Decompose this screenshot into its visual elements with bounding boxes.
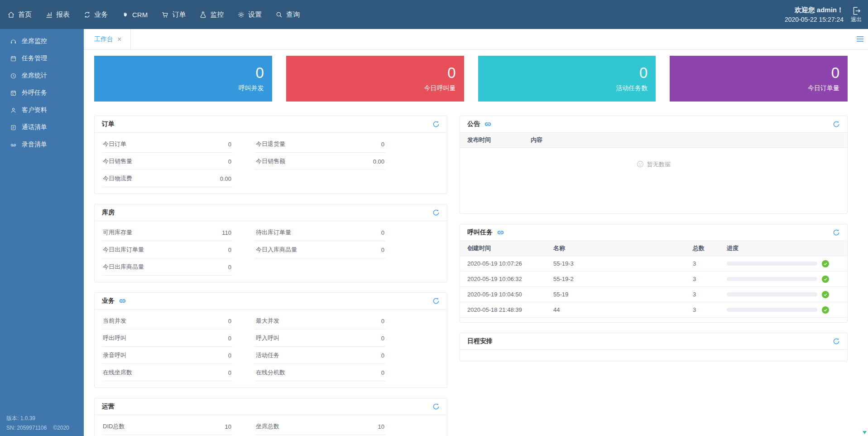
- headset-icon: [10, 38, 17, 45]
- search-icon: [275, 11, 283, 19]
- refresh-button[interactable]: [833, 338, 840, 345]
- panel-title: 运营: [102, 402, 115, 411]
- sidebar-item-task-management[interactable]: 任务管理: [0, 50, 84, 67]
- tab-label: 工作台: [94, 35, 113, 44]
- kv-row: 今日出库订单量0: [102, 241, 232, 258]
- refresh-icon: [432, 297, 440, 305]
- logout-door-icon: [851, 6, 862, 16]
- tab-close-icon[interactable]: ×: [117, 36, 121, 43]
- menu-orders[interactable]: 订单: [161, 10, 186, 19]
- refresh-button[interactable]: [432, 297, 440, 305]
- stat-label: 今日订单量: [808, 84, 839, 92]
- refresh-button[interactable]: [432, 403, 440, 410]
- stats-clock-icon: [10, 73, 17, 79]
- kv-row: 今日物流费0.00: [102, 170, 232, 187]
- kv-row: 坐席总数10: [255, 418, 385, 435]
- sidebar-item-seat-monitor[interactable]: 坐席监控: [0, 33, 84, 50]
- kv-row: 在线分机数0: [255, 364, 385, 381]
- stat-card-call-concurrency: 0 呼叫并发: [94, 56, 272, 102]
- refresh-button[interactable]: [833, 229, 840, 236]
- panel-orders: 订单 今日订单0 今日销售量0 今日物流费0.00 今日退货量0 今日销售额0.…: [94, 116, 447, 194]
- stat-value: 0: [447, 65, 456, 80]
- menu-label: CRM: [132, 11, 148, 19]
- menu-home[interactable]: 首页: [7, 10, 32, 19]
- sidebar-item-label: 坐席监控: [22, 37, 47, 45]
- kv-row: 最大并发0: [255, 312, 385, 329]
- kv-row: 当前并发0: [102, 312, 232, 329]
- sidebar-item-recording-list[interactable]: 录音清单: [0, 136, 84, 153]
- menu-label: 业务: [94, 10, 108, 19]
- menu-reports[interactable]: 报表: [45, 10, 70, 19]
- version-text: 版本: 1.0.39: [6, 414, 76, 423]
- kv-row: 可用库存量110: [102, 224, 232, 241]
- task-calendar-icon: [10, 55, 17, 62]
- main-menu: 首页 报表 业务 CRM 订单 监控 设置 查询: [0, 10, 313, 19]
- gear-icon: [237, 11, 245, 19]
- kv-row: 今日出库商品量0: [102, 258, 232, 276]
- logout-button[interactable]: 退出: [851, 6, 862, 23]
- menu-label: 报表: [56, 10, 70, 19]
- kv-row: 呼出呼叫0: [102, 329, 232, 347]
- menu-label: 查询: [286, 10, 300, 19]
- menu-business[interactable]: 业务: [83, 10, 108, 19]
- refresh-icon: [432, 209, 440, 216]
- refresh-button[interactable]: [432, 209, 440, 216]
- progress-bar: [727, 262, 817, 266]
- sidebar-item-outbound-tasks[interactable]: 外呼任务: [0, 84, 84, 102]
- link-icon[interactable]: [484, 121, 492, 127]
- menu-monitor[interactable]: 监控: [199, 10, 224, 19]
- scrollbar-down-arrow[interactable]: [862, 430, 868, 436]
- refresh-button[interactable]: [833, 121, 840, 128]
- kv-row: 录音呼叫0: [102, 347, 232, 364]
- sync-icon: [83, 11, 91, 19]
- kv-row: 今日退货量0: [255, 136, 385, 153]
- outbound-calendar-icon: [10, 90, 17, 97]
- progress-bar: [727, 292, 817, 296]
- panel-call-tasks: 呼叫任务 创建时间 名称 总数 进度 2020-05-19 10:07:26 5…: [460, 224, 848, 323]
- kv-row: 今日销售量0: [102, 153, 232, 170]
- panel-business: 业务 当前并发0 呼出呼叫0 录音呼叫0 在线坐席数0 最大并发0: [94, 292, 447, 388]
- refresh-button[interactable]: [432, 121, 440, 128]
- panel-title: 订单: [102, 120, 115, 128]
- sidebar-item-label: 任务管理: [22, 54, 47, 63]
- stat-value: 0: [255, 65, 264, 80]
- sidebar-item-seat-statistics[interactable]: 坐席统计: [0, 67, 84, 84]
- menu-settings[interactable]: 设置: [237, 10, 262, 19]
- tab-bar: 工作台 ×: [84, 29, 868, 50]
- call-task-row: 2020-05-19 10:04:50 55-19 3: [460, 287, 847, 302]
- sn-text: SN: 2059971106©2020: [6, 423, 76, 432]
- home-icon: [7, 11, 15, 19]
- main-area: 工作台 × 0 呼叫并发 0 今日呼叫量 0 活动任务数 0 今日订单量: [84, 29, 868, 436]
- check-circle-icon: [822, 260, 829, 267]
- chart-icon: [45, 11, 53, 19]
- stat-value: 0: [639, 65, 647, 80]
- check-circle-icon: [822, 306, 829, 314]
- flask-icon: [199, 11, 207, 19]
- panel-announcements: 公告 发布时间 内容 暂无数据: [460, 116, 848, 214]
- kv-row: 呼入呼叫0: [255, 329, 385, 347]
- link-icon[interactable]: [119, 298, 126, 304]
- link-icon[interactable]: [497, 229, 504, 236]
- stat-cards-row: 0 呼叫并发 0 今日呼叫量 0 活动任务数 0 今日订单量: [94, 56, 848, 102]
- call-tasks-table-header: 创建时间 名称 总数 进度: [460, 241, 847, 256]
- announcements-table-header: 发布时间 内容: [460, 133, 847, 148]
- customer-icon: [10, 107, 17, 114]
- sidebar-item-label: 客户资料: [22, 106, 47, 114]
- tab-list-icon[interactable]: [857, 36, 863, 43]
- stat-label: 今日呼叫量: [424, 84, 456, 92]
- panel-title: 业务: [102, 297, 115, 305]
- menu-label: 设置: [248, 10, 262, 19]
- kv-row: 活动任务0: [255, 347, 385, 364]
- sidebar-item-customer-data[interactable]: 客户资料: [0, 102, 84, 119]
- menu-crm[interactable]: CRM: [121, 11, 148, 19]
- current-datetime: 2020-05-22 15:27:24: [785, 15, 844, 25]
- username: admin: [817, 6, 837, 14]
- panel-warehouse: 库房 可用库存量110 今日出库订单量0 今日出库商品量0 待出库订单量0 今日…: [94, 204, 447, 282]
- menu-query[interactable]: 查询: [275, 10, 300, 19]
- progress-bar: [727, 277, 817, 281]
- empty-face-icon: [637, 160, 644, 169]
- kv-row: 今日入库商品量0: [255, 241, 385, 258]
- tab-workbench[interactable]: 工作台 ×: [85, 29, 131, 49]
- sidebar-item-call-records[interactable]: 通话清单: [0, 119, 84, 136]
- cart-icon: [161, 11, 169, 19]
